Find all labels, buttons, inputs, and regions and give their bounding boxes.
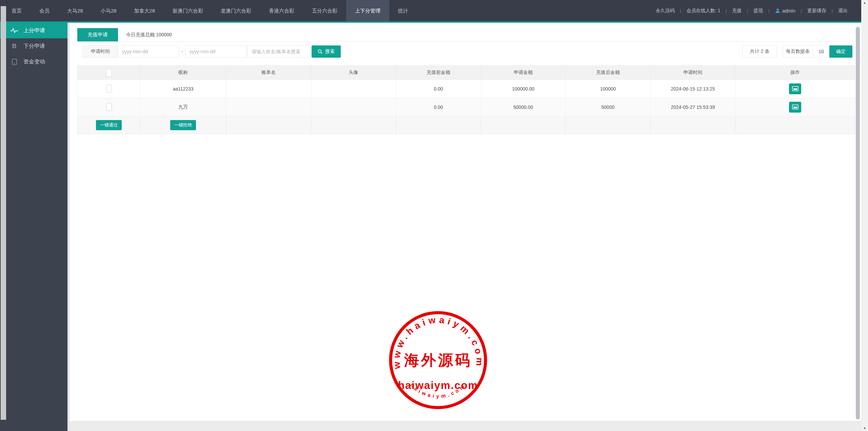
nav-separator: | <box>832 8 833 13</box>
search-icon <box>318 49 323 54</box>
cell-avatar <box>311 80 396 98</box>
user-menu[interactable]: admin <box>775 8 795 14</box>
per-page-label: 每页数据条 <box>783 45 813 58</box>
cell-after-amount: 100000 <box>566 80 651 98</box>
row-detail-button[interactable] <box>789 83 801 94</box>
tab-bar: 充值申请 今日充值总额:100000 <box>77 28 855 42</box>
date-range-separator: - <box>179 45 185 58</box>
sidebar-item-label: 资金变动 <box>23 58 45 65</box>
nav-separator: | <box>768 8 769 13</box>
phone-icon <box>10 59 18 65</box>
sidebar-item-score-down-request[interactable]: B 下分申请 <box>0 38 67 54</box>
keyword-search-input[interactable] <box>247 45 311 58</box>
select-all-checkbox[interactable] <box>106 69 112 77</box>
nav-item-5min-lottery[interactable]: 五分六合彩 <box>303 0 346 21</box>
window-icon <box>792 86 798 91</box>
pulse-icon <box>10 28 18 33</box>
date-from-input[interactable] <box>118 45 179 58</box>
approve-all-button[interactable]: 一键通过 <box>96 120 122 130</box>
row-detail-button[interactable] <box>789 102 801 113</box>
sidebar-item-score-up-request[interactable]: 上分申请 <box>0 23 67 38</box>
nav-item-canada28[interactable]: 加拿大28 <box>125 0 164 21</box>
cell-after-amount: 50000 <box>566 98 651 116</box>
cell-before-amount: 0.00 <box>396 98 481 116</box>
top-navbar: 首页 会员 大马28 小马28 加拿大28 新澳门六合彩 老澳门六合彩 香港六合… <box>0 0 861 23</box>
logout-link[interactable]: 退出 <box>838 8 848 14</box>
sidebar-item-fund-changes[interactable]: 资金变动 <box>0 54 67 70</box>
scroll-up-arrow-icon[interactable]: ▲ <box>861 0 868 5</box>
inner-scrollbar-thumb[interactable] <box>856 27 860 419</box>
vertical-scrollbar[interactable]: ▲ ▼ <box>861 0 868 431</box>
cell-apply-time: 2024-05-27 15:53:39 <box>651 98 735 116</box>
filter-bar: 申请时间 - 搜索 共计 2 条 每页数据条 确定 <box>77 45 855 58</box>
main-content: 充值申请 今日充值总额:100000 申请时间 - 搜索 共计 2 条 每页数据… <box>70 23 861 431</box>
nav-menu: 首页 会员 大马28 小马28 加拿大28 新澳门六合彩 老澳门六合彩 香港六合… <box>0 0 417 21</box>
cell-apply-amount: 50000.00 <box>481 98 566 116</box>
refresh-cache-link[interactable]: 更新缓存 <box>807 8 826 14</box>
cell-apply-time: 2024-06-15 12:13:25 <box>651 80 735 98</box>
nav-separator: | <box>726 8 727 13</box>
table-header-row: 昵称 账单名 头像 充值前金额 申请金额 充值后金额 申请时间 操作 <box>78 66 855 80</box>
per-page-input[interactable] <box>813 45 830 58</box>
cell-avatar <box>311 98 396 116</box>
cell-bill-name <box>226 80 311 98</box>
nav-item-score-management[interactable]: 上下分管理 <box>346 0 389 21</box>
nav-separator: | <box>747 8 748 13</box>
vertical-scrollbar-thumb[interactable] <box>1 6 6 420</box>
watermark-stamp: www.haiwaiym.com 海外源码 haiwaiym.com haiwa… <box>387 309 489 411</box>
apply-time-label: 申请时间 <box>83 45 118 58</box>
date-to-input[interactable] <box>185 45 246 58</box>
cell-bill-name <box>226 98 311 116</box>
header-nickname: 昵称 <box>140 66 226 80</box>
cell-apply-amount: 100000.00 <box>481 80 566 98</box>
row-checkbox[interactable] <box>106 103 112 111</box>
user-icon <box>775 8 780 13</box>
window-icon <box>792 104 798 110</box>
sidebar: 上分申请 B 下分申请 资金变动 <box>0 23 67 431</box>
search-button-label: 搜索 <box>325 48 335 55</box>
header-bill-name: 账单名 <box>226 66 311 80</box>
requests-table: 昵称 账单名 头像 充值前金额 申请金额 充值后金额 申请时间 操作 aa112… <box>77 65 855 134</box>
header-avatar: 头像 <box>311 66 396 80</box>
withdraw-link[interactable]: 提现 <box>753 8 763 14</box>
search-button[interactable]: 搜索 <box>312 45 341 58</box>
nav-item-new-macau[interactable]: 新澳门六合彩 <box>164 0 212 21</box>
scroll-down-arrow-icon[interactable]: ▼ <box>861 426 868 431</box>
reject-all-button[interactable]: 一键拒绝 <box>170 120 196 130</box>
confirm-button[interactable]: 确定 <box>829 45 852 58</box>
header-apply-amount: 申请金额 <box>481 66 566 80</box>
nav-user-area: 永久活码 | 会员在线人数: 1 | 充值 | 提现 | admin | 更新缓… <box>656 0 861 21</box>
username-label: admin <box>783 8 795 14</box>
nav-item-hongkong[interactable]: 香港六合彩 <box>260 0 303 21</box>
table-row: 九万 0.00 50000.00 50000 2024-05-27 15:53:… <box>78 98 855 116</box>
cell-nickname: aa112233 <box>140 80 226 98</box>
nav-item-xiaoma28[interactable]: 小马28 <box>92 0 125 21</box>
table-footer-row: 一键通过 一键拒绝 <box>78 116 855 134</box>
online-count-label: 会员在线人数: 1 <box>687 8 721 14</box>
nav-item-home[interactable]: 首页 <box>3 0 31 21</box>
nav-separator: | <box>680 8 681 13</box>
stamp-center-text: 海外源码 <box>404 352 472 369</box>
header-select-all <box>78 66 140 80</box>
perm-code-link[interactable]: 永久活码 <box>656 8 675 14</box>
sidebar-item-label: 上分申请 <box>23 27 45 34</box>
header-before-amount: 充值前金额 <box>396 66 481 80</box>
cell-nickname: 九万 <box>140 98 226 116</box>
today-total-label: 今日充值总额:100000 <box>126 28 172 41</box>
row-checkbox[interactable] <box>106 85 112 93</box>
nav-item-dama28[interactable]: 大马28 <box>58 0 92 21</box>
total-count-box: 共计 2 条 <box>742 45 777 58</box>
horizontal-scrollbar-track[interactable] <box>70 421 861 431</box>
sidebar-item-label: 下分申请 <box>23 43 45 50</box>
header-apply-time: 申请时间 <box>651 66 735 80</box>
nav-item-old-macau[interactable]: 老澳门六合彩 <box>212 0 260 21</box>
header-actions: 操作 <box>735 66 855 80</box>
letter-b-icon: B <box>10 43 18 50</box>
nav-item-statistics[interactable]: 统计 <box>389 0 417 21</box>
recharge-link[interactable]: 充值 <box>732 8 742 14</box>
nav-item-members[interactable]: 会员 <box>31 0 58 21</box>
cell-before-amount: 0.00 <box>396 80 481 98</box>
page: 首页 会员 大马28 小马28 加拿大28 新澳门六合彩 老澳门六合彩 香港六合… <box>0 0 868 431</box>
tab-recharge-requests[interactable]: 充值申请 <box>77 28 118 41</box>
table-row: aa112233 0.00 100000.00 100000 2024-06-1… <box>78 80 855 98</box>
